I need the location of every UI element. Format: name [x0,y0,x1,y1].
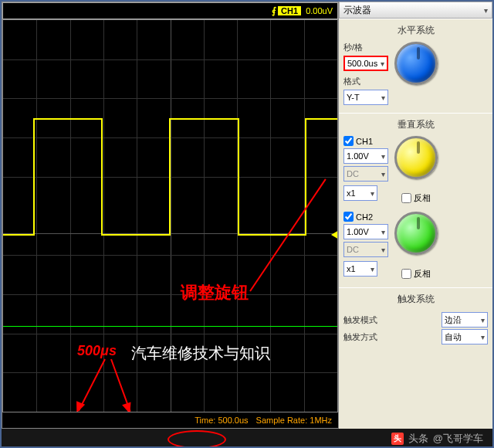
ch1-invert-checkbox[interactable]: 反相 [401,192,431,204]
attribution-author: @飞哥学车 [433,432,483,446]
ch1-coupling-select[interactable]: DC▾ [343,166,388,182]
footer-timebase: Time: 500.0us [195,416,248,425]
section-title-trigger: 触发系统 [343,291,488,311]
ch2-probe-select[interactable]: x1▾ [343,261,377,277]
horizontal-knob[interactable] [394,42,438,85]
trigger-mode-select[interactable]: 边沿▾ [442,312,488,328]
format-label: 格式 [343,76,388,87]
chevron-down-icon[interactable]: ▾ [484,6,488,15]
scope-header: ⨐ CH1 0.00uV [2,2,338,19]
ch2-waveform [3,326,337,327]
ch2-volt-select[interactable]: 1.00V▾ [343,224,388,239]
control-panel: 示波器 ▾ 水平系统 秒/格 500.0us▾ 格式 Y-T▾ 垂直系统 CH1… [339,2,492,429]
oscilloscope-display: ⨐ CH1 0.00uV 调整旋钮 500μs 汽车维修技术与知识 [2,2,339,429]
horizontal-system-section: 水平系统 秒/格 500.0us▾ 格式 Y-T▾ [339,19,492,113]
attribution-prefix: 头条 [408,432,428,446]
annotation-watermark: 汽车维修技术与知识 [131,343,270,364]
waveform-screen[interactable]: 调整旋钮 500μs 汽车维修技术与知识 [2,19,338,412]
channel-value: 0.00uV [306,6,333,15]
trigger-sweep-label: 触发方式 [343,331,382,343]
ch2-checkbox[interactable]: CH2 [343,212,388,222]
ch1-knob[interactable] [394,136,438,179]
ch2-invert-checkbox[interactable]: 反相 [401,268,431,280]
channel-badge: CH1 [278,6,301,15]
trigger-marker [331,230,338,239]
attribution-bar: 头 头条 @飞哥学车 [2,429,492,448]
trigger-sweep-select[interactable]: 自动▾ [442,329,488,344]
section-title-horizontal: 水平系统 [343,22,488,42]
ch2-coupling-select[interactable]: DC▾ [343,242,388,257]
scope-footer: Time: 500.0us Sample Rate: 1MHz [2,412,338,428]
sec-per-div-select[interactable]: 500.0us▾ [343,56,388,71]
annotation-time-value: 500μs [77,343,117,359]
annotation-knob-label: 调整旋钮 [181,281,249,304]
ch1-probe-select[interactable]: x1▾ [343,185,377,201]
section-title-vertical: 垂直系统 [343,117,488,136]
trigger-mode-label: 触发模式 [343,314,382,326]
trigger-system-section: 触发系统 触发模式 边沿▾ 触发方式 自动▾ [339,287,492,354]
ch2-knob[interactable] [394,212,438,255]
footer-sample-rate: Sample Rate: 1MHz [256,416,332,425]
format-select[interactable]: Y-T▾ [343,90,388,105]
ch1-volt-select[interactable]: 1.00V▾ [343,148,388,164]
vertical-system-section: 垂直系统 CH1 1.00V▾ DC▾ x1▾ 反相 CH2 [339,113,492,287]
panel-header[interactable]: 示波器 ▾ [339,2,492,19]
trigger-edge-icon: ⨐ [272,5,276,16]
panel-title: 示波器 [343,4,371,17]
toutiao-icon: 头 [391,433,404,445]
sec-per-div-label: 秒/格 [343,42,388,53]
ch1-checkbox[interactable]: CH1 [343,136,388,146]
